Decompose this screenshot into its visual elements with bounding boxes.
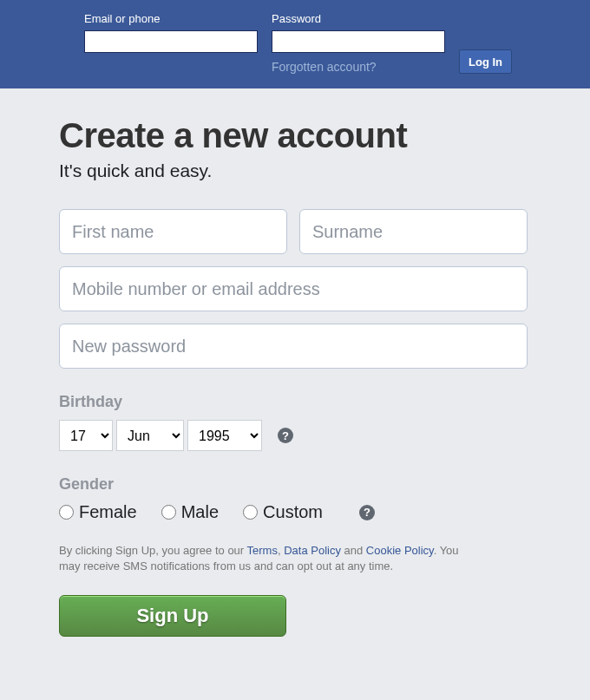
cookie-policy-link[interactable]: Cookie Policy bbox=[366, 544, 434, 557]
female-radio[interactable] bbox=[59, 505, 74, 520]
male-label: Male bbox=[181, 502, 219, 522]
email-label: Email or phone bbox=[84, 12, 258, 25]
password-label: Password bbox=[272, 12, 445, 25]
terms-text: By clicking Sign Up, you agree to our Te… bbox=[59, 543, 475, 574]
contact-input[interactable] bbox=[59, 266, 528, 311]
gender-help-icon[interactable]: ? bbox=[359, 505, 375, 520]
email-input[interactable] bbox=[84, 30, 258, 53]
birthday-year-select[interactable]: 1995 bbox=[187, 420, 262, 451]
data-policy-link[interactable]: Data Policy bbox=[284, 544, 341, 557]
birthday-label: Birthday bbox=[59, 393, 528, 411]
custom-label: Custom bbox=[263, 502, 323, 522]
signup-button[interactable]: Sign Up bbox=[59, 595, 286, 637]
signup-main: Create a new account It's quick and easy… bbox=[0, 88, 590, 637]
forgotten-account-link[interactable]: Forgotten account? bbox=[272, 60, 445, 74]
password-input[interactable] bbox=[272, 30, 445, 53]
signup-form: Birthday 17 Jun 1995 ? Gender Female Mal… bbox=[59, 209, 528, 637]
birthday-help-icon[interactable]: ? bbox=[278, 428, 293, 443]
surname-input[interactable] bbox=[299, 209, 528, 254]
male-radio[interactable] bbox=[161, 505, 176, 520]
terms-link[interactable]: Terms bbox=[247, 544, 278, 557]
page-title: Create a new account bbox=[59, 116, 590, 155]
first-name-input[interactable] bbox=[59, 209, 287, 254]
gender-option-custom[interactable]: Custom bbox=[243, 502, 323, 522]
gender-option-female[interactable]: Female bbox=[59, 502, 137, 522]
female-label: Female bbox=[79, 502, 137, 522]
gender-label: Gender bbox=[59, 475, 528, 494]
login-button[interactable]: Log In bbox=[459, 49, 512, 74]
birthday-month-select[interactable]: Jun bbox=[116, 420, 184, 451]
custom-radio[interactable] bbox=[243, 505, 258, 520]
new-password-input[interactable] bbox=[59, 324, 528, 369]
birthday-day-select[interactable]: 17 bbox=[59, 420, 113, 451]
login-header: Email or phone Password Forgotten accoun… bbox=[0, 0, 590, 88]
gender-option-male[interactable]: Male bbox=[161, 502, 219, 522]
page-subtitle: It's quick and easy. bbox=[59, 160, 590, 181]
